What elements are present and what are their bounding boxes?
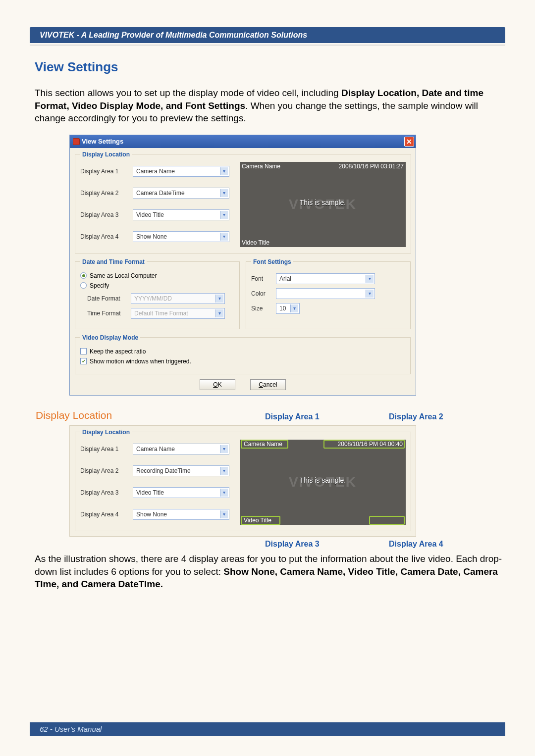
chevron-down-icon: ▾ [220, 189, 228, 197]
preview2-video-title: Video Title [244, 517, 271, 524]
ok-button[interactable]: OK [200, 379, 235, 390]
preview-sample-text: This is sample. [300, 199, 346, 206]
area2-select-2[interactable]: Recording DateTime▾ [133, 465, 229, 476]
chevron-down-icon: ▾ [220, 467, 228, 475]
area1-label-2: Display Area 1 [80, 446, 130, 453]
color-select[interactable]: ▾ [276, 288, 375, 299]
area2-label: Display Area 2 [80, 190, 130, 197]
chevron-down-icon: ▾ [215, 309, 223, 317]
area3-select[interactable]: Video Title▾ [133, 209, 229, 220]
chevron-down-icon: ▾ [290, 304, 298, 312]
header-rule [30, 45, 505, 46]
app-icon [73, 138, 80, 145]
preview-video-title: Video Title [242, 239, 269, 246]
area4-select-2[interactable]: Show None▾ [133, 509, 229, 520]
chevron-down-icon: ▾ [215, 295, 223, 302]
display-location-legend-2: Display Location [80, 429, 132, 436]
chevron-down-icon: ▾ [220, 233, 228, 241]
preview-camera-name: Camera Name [242, 163, 280, 170]
checkbox-show-motion[interactable]: ✔ [80, 358, 87, 364]
area4-label: Display Area 4 [80, 233, 130, 240]
chevron-down-icon: ▾ [220, 489, 228, 497]
callout-area1: Display Area 1 [265, 412, 320, 421]
chevron-down-icon: ▾ [220, 167, 228, 175]
date-time-format-group: Date and Time Format Same as Local Compu… [75, 258, 240, 329]
date-format-select: YYYY/MM/DD▾ [131, 293, 225, 304]
size-select[interactable]: 10▾ [276, 303, 300, 314]
preview-datetime: 2008/10/16 PM 03:01:27 [339, 163, 404, 170]
video-display-mode-group: Video Display Mode Keep the aspect ratio… [75, 334, 411, 374]
highlight-area4 [369, 516, 405, 525]
area1-label: Display Area 1 [80, 168, 130, 175]
radio-same-as-local[interactable] [80, 272, 87, 279]
callout-area2: Display Area 2 [389, 412, 443, 421]
area2-select[interactable]: Camera DateTime▾ [133, 188, 229, 199]
show-motion-label: Show motion windows when triggered. [90, 358, 191, 365]
area1-select-2[interactable]: Camera Name▾ [133, 444, 229, 454]
display-location-group: Display Location Display Area 1 Camera N… [75, 151, 411, 253]
intro-text: This section allows you to set up the di… [35, 88, 341, 98]
view-settings-dialog: View Settings ✕ Display Location Display… [69, 135, 416, 396]
preview-pane-2: Camera Name 2008/10/16 PM 04:00:40 VIVOT… [240, 440, 406, 525]
intro-paragraph: This section allows you to set up the di… [35, 87, 510, 125]
close-icon[interactable]: ✕ [404, 137, 414, 147]
color-label: Color [251, 290, 273, 297]
area2-label-2: Display Area 2 [80, 467, 130, 474]
area4-label-2: Display Area 4 [80, 511, 130, 518]
font-legend: Font Settings [251, 258, 293, 265]
font-select[interactable]: Arial▾ [276, 273, 375, 284]
time-format-label: Time Format [87, 310, 128, 317]
checkbox-keep-aspect[interactable] [80, 348, 87, 354]
illustration-paragraph: As the illustration shows, there are 4 d… [35, 553, 510, 591]
area1-select[interactable]: Camera Name▾ [133, 166, 229, 177]
area4-select[interactable]: Show None▾ [133, 231, 229, 242]
radio-same-label: Same as Local Computer [90, 272, 157, 279]
area3-label: Display Area 3 [80, 211, 130, 218]
date-format-label: Date Format [87, 295, 128, 302]
area3-label-2: Display Area 3 [80, 489, 130, 496]
callout-area4: Display Area 4 [389, 540, 443, 549]
doc-footer: 62 - User's Manual [30, 722, 505, 736]
dtf-legend: Date and Time Format [80, 258, 147, 265]
cancel-button[interactable]: Cancel [250, 379, 286, 390]
chevron-down-icon: ▾ [366, 275, 374, 283]
preview2-camera-name: Camera Name [244, 441, 282, 448]
vdm-legend: Video Display Mode [80, 334, 140, 341]
area3-select-2[interactable]: Video Title▾ [133, 487, 229, 498]
chevron-down-icon: ▾ [366, 290, 374, 298]
chevron-down-icon: ▾ [220, 445, 228, 453]
radio-specify-label: Specify [90, 282, 109, 289]
display-location-panel-2: Display Location Display Area 1 Camera N… [69, 425, 416, 537]
radio-specify[interactable] [80, 282, 87, 289]
preview2-datetime: 2008/10/16 PM 04:00:40 [338, 441, 403, 448]
font-settings-group: Font Settings Font Arial▾ Color ▾ Size 1… [246, 258, 411, 329]
display-location-legend: Display Location [80, 151, 132, 158]
callout-area3: Display Area 3 [265, 540, 320, 549]
preview2-sample-text: This is sample. [300, 476, 346, 484]
size-label: Size [251, 305, 273, 312]
chevron-down-icon: ▾ [220, 510, 228, 518]
font-label: Font [251, 275, 273, 282]
page-title: View Settings [35, 59, 510, 75]
keep-aspect-label: Keep the aspect ratio [90, 348, 146, 355]
time-format-select: Default Time Format▾ [131, 308, 225, 319]
dialog-titlebar: View Settings ✕ [70, 135, 416, 148]
preview-pane: Camera Name 2008/10/16 PM 03:01:27 VIVOT… [240, 162, 406, 247]
dialog-title-text: View Settings [82, 138, 123, 145]
doc-header: VIVOTEK - A Leading Provider of Multimed… [30, 27, 505, 43]
chevron-down-icon: ▾ [220, 211, 228, 219]
